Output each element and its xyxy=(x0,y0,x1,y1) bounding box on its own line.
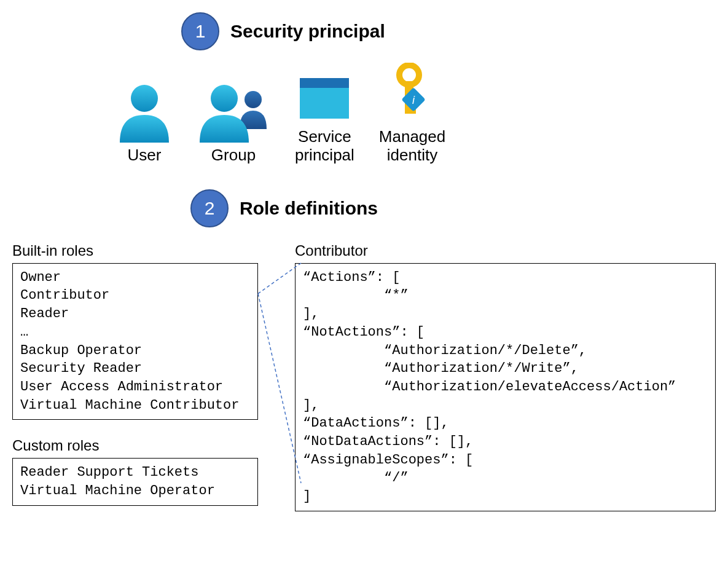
custom-roles-title: Custom roles xyxy=(12,437,258,454)
section1-header: 1 Security principal xyxy=(181,12,716,50)
principals-row: User Group xyxy=(117,63,716,165)
svg-point-1 xyxy=(245,91,262,108)
principal-user: User xyxy=(117,81,172,165)
managed-identity-icon: i xyxy=(388,63,437,124)
principal-user-label: User xyxy=(128,146,162,165)
svg-point-2 xyxy=(211,85,238,112)
step-badge-1: 1 xyxy=(181,12,219,50)
section2-header: 2 Role definitions xyxy=(190,189,716,227)
principal-managed-identity-label: Managed identity xyxy=(379,128,445,165)
custom-roles-box: Reader Support Tickets Virtual Machine O… xyxy=(12,458,258,505)
user-icon xyxy=(117,81,172,143)
svg-rect-4 xyxy=(300,88,349,119)
section2-title: Role definitions xyxy=(240,198,378,219)
contributor-title: Contributor xyxy=(295,242,716,259)
principal-managed-identity: i Managed identity xyxy=(379,63,445,165)
builtin-roles-box: Owner Contributor Reader … Backup Operat… xyxy=(12,263,258,420)
svg-rect-3 xyxy=(300,78,349,88)
principal-service: Service principal xyxy=(295,63,354,165)
service-principal-icon xyxy=(297,63,352,124)
contributor-definition-box: “Actions”: [ “*” ], “NotActions”: [ “Aut… xyxy=(295,263,716,511)
section1-title: Security principal xyxy=(230,21,385,42)
builtin-roles-title: Built-in roles xyxy=(12,242,258,259)
principal-group: Group xyxy=(197,81,270,165)
group-icon xyxy=(197,81,270,143)
svg-point-0 xyxy=(131,85,158,112)
principal-service-label: Service principal xyxy=(295,128,354,165)
step-badge-2: 2 xyxy=(190,189,229,227)
principal-group-label: Group xyxy=(211,146,256,165)
roles-area: Built-in roles Owner Contributor Reader … xyxy=(12,242,716,511)
